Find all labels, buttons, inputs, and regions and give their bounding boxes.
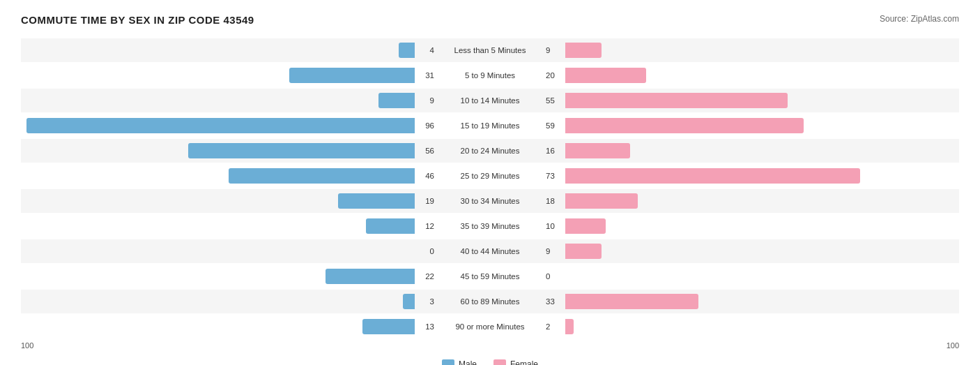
female-bar-wrapper: 0 [546, 265, 959, 288]
male-bar-wrapper: 0 [21, 239, 434, 263]
female-bar-wrapper: 10 [546, 214, 959, 238]
chart-row: 9 10 to 14 Minutes 55 [21, 89, 959, 112]
row-label: 10 to 14 Minutes [434, 96, 546, 105]
female-value: 0 [546, 272, 563, 281]
chart-row: 4 Less than 5 Minutes 9 [21, 38, 959, 62]
right-bar-area: 16 [546, 139, 959, 163]
chart-row: 3 60 to 89 Minutes 33 [21, 290, 959, 313]
female-bar [565, 294, 698, 309]
right-bar-area: 55 [546, 89, 959, 112]
female-bar [565, 68, 646, 83]
chart-row: 96 15 to 19 Minutes 59 [21, 114, 959, 137]
male-bar [289, 68, 415, 83]
male-bar-wrapper: 4 [21, 38, 434, 62]
male-bar-wrapper: 96 [21, 114, 434, 137]
right-bar-area: 9 [546, 239, 959, 263]
male-value: 56 [417, 147, 434, 155]
axis-left-label: 100 [21, 341, 38, 350]
male-bar [399, 43, 415, 58]
left-bar-area: 31 [21, 64, 434, 87]
male-bar-wrapper: 56 [21, 139, 434, 163]
legend-female: Female [493, 359, 538, 365]
male-bar [378, 93, 415, 108]
row-label: 40 to 44 Minutes [434, 247, 546, 255]
female-value: 55 [546, 96, 563, 105]
chart-row: 0 40 to 44 Minutes 9 [21, 239, 959, 263]
male-bar [338, 193, 415, 209]
female-bar-wrapper: 18 [546, 189, 959, 213]
left-bar-area: 12 [21, 214, 434, 238]
left-bar-area: 13 [21, 315, 434, 338]
chart-row: 56 20 to 24 Minutes 16 [21, 139, 959, 163]
male-value: 31 [417, 71, 434, 80]
female-value: 2 [546, 322, 563, 331]
left-bar-area: 96 [21, 114, 434, 137]
male-value: 0 [417, 247, 434, 255]
legend-male: Male [442, 359, 477, 365]
male-bar-wrapper: 19 [21, 189, 434, 213]
male-value: 3 [417, 297, 434, 306]
male-bar-wrapper: 22 [21, 265, 434, 288]
female-bar [565, 118, 804, 133]
right-bar-area: 0 [546, 265, 959, 288]
left-bar-area: 4 [21, 38, 434, 62]
row-label: 15 to 19 Minutes [434, 121, 546, 130]
male-bar-wrapper: 3 [21, 290, 434, 313]
male-bar-wrapper: 13 [21, 315, 434, 338]
male-bar-wrapper: 9 [21, 89, 434, 112]
right-bar-area: 33 [546, 290, 959, 313]
left-bar-area: 9 [21, 89, 434, 112]
female-bar-wrapper: 55 [546, 89, 959, 112]
chart-row: 19 30 to 34 Minutes 18 [21, 189, 959, 213]
female-bar-wrapper: 9 [546, 38, 959, 62]
female-value: 18 [546, 197, 563, 205]
female-value: 16 [546, 147, 563, 155]
legend-female-label: Female [510, 359, 538, 365]
female-bar [565, 244, 602, 259]
chart-row: 13 90 or more Minutes 2 [21, 315, 959, 338]
female-value: 20 [546, 71, 563, 80]
legend-male-box [442, 359, 454, 365]
legend-female-box [493, 359, 506, 365]
female-bar-wrapper: 59 [546, 114, 959, 137]
legend: Male Female [21, 359, 959, 365]
female-bar-wrapper: 33 [546, 290, 959, 313]
male-bar [366, 218, 415, 234]
male-bar [188, 143, 415, 158]
right-bar-area: 18 [546, 189, 959, 213]
right-bar-area: 73 [546, 164, 959, 188]
chart-row: 46 25 to 29 Minutes 73 [21, 164, 959, 188]
row-label: 60 to 89 Minutes [434, 297, 546, 306]
female-bar-wrapper: 2 [546, 315, 959, 338]
female-value: 9 [546, 46, 563, 54]
male-value: 4 [417, 46, 434, 54]
male-bar [403, 294, 415, 309]
male-value: 12 [417, 222, 434, 230]
male-value: 46 [417, 172, 434, 180]
male-bar [229, 168, 415, 184]
left-bar-area: 3 [21, 290, 434, 313]
right-bar-area: 10 [546, 214, 959, 238]
male-bar-wrapper: 12 [21, 214, 434, 238]
left-bar-area: 19 [21, 189, 434, 213]
female-bar [565, 218, 606, 234]
row-label: 20 to 24 Minutes [434, 147, 546, 155]
female-bar [565, 143, 630, 158]
left-bar-area: 46 [21, 164, 434, 188]
right-bar-area: 20 [546, 64, 959, 87]
female-value: 33 [546, 297, 563, 306]
chart-area: 4 Less than 5 Minutes 9 31 5 to 9 Minute… [21, 38, 959, 365]
female-bar [565, 93, 788, 108]
left-bar-area: 56 [21, 139, 434, 163]
female-bar-wrapper: 20 [546, 64, 959, 87]
right-bar-area: 9 [546, 38, 959, 62]
female-bar [565, 319, 574, 334]
female-value: 59 [546, 121, 563, 130]
female-bar [565, 168, 860, 184]
left-bar-area: 0 [21, 239, 434, 263]
female-bar [565, 43, 602, 58]
male-value: 13 [417, 322, 434, 331]
male-value: 19 [417, 197, 434, 205]
axis-right-label: 100 [942, 341, 959, 350]
chart-title: COMMUTE TIME BY SEX IN ZIP CODE 43549 [21, 14, 254, 26]
